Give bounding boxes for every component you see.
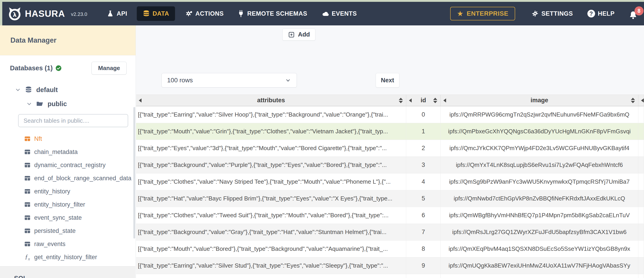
sidebar-item-table-event-sync-state[interactable]: event_sync_state [10, 211, 126, 224]
table-icon [24, 214, 31, 221]
collapse-column-icon[interactable] [409, 98, 412, 102]
table-icon [24, 227, 31, 234]
cell-partial [638, 174, 644, 190]
enterprise-button[interactable]: ★ ENTERPRISE [450, 7, 515, 20]
table-icon [24, 241, 31, 247]
table-row[interactable]: [{"trait_type":"Clothes","value":"Tweed … [136, 207, 644, 224]
table-row[interactable]: [{"trait_type":"Hat","value":"Bayc Flipp… [136, 190, 644, 207]
sidebar-item-table-chain-metadata[interactable]: chain_metadata [10, 145, 126, 159]
table-row[interactable]: [{"trait_type":"Background","value":"Gra… [136, 224, 644, 241]
column-header-image[interactable]: image [441, 95, 638, 106]
cell-image: ipfs://QmcJYkCKK7QPmYWjp4FD2e3Lv5WCGFuHN… [441, 140, 638, 157]
nav-item-settings[interactable]: SETTINGS [532, 10, 573, 17]
function-name: get_entity_history_filter [34, 254, 97, 261]
brand-name[interactable]: HASURA [25, 9, 65, 19]
table-icon [24, 175, 31, 182]
nav-item-api[interactable]: API [107, 10, 127, 17]
sidebar-item-table-persisted-state[interactable]: persisted_state [10, 224, 126, 237]
star-icon: ★ [457, 10, 464, 17]
cell-id: 9 [406, 257, 441, 274]
sort-icon[interactable] [433, 98, 437, 103]
check-circle-icon [56, 65, 62, 71]
tree-item-database-default[interactable]: default [10, 83, 126, 97]
rows-per-page-select[interactable]: 100 rows [162, 73, 297, 87]
cell-partial [638, 190, 644, 207]
table-name: entity_history_filter [34, 201, 85, 208]
collapse-column-icon[interactable] [443, 98, 446, 102]
notifications-button[interactable]: 8 [628, 8, 638, 20]
database-name: default [36, 86, 58, 94]
rows-data-grid: attributes id image [{"trait_type":"Earr… [136, 95, 644, 278]
question-mark-icon: ? [588, 10, 595, 18]
cell-id: 5 [406, 190, 441, 207]
sort-icon[interactable] [631, 98, 635, 103]
cell-attributes: [{"trait_type":"Clothes","value":"Navy S… [136, 174, 406, 190]
notification-count-badge: 8 [634, 6, 644, 16]
column-header-attributes[interactable]: attributes [136, 95, 406, 106]
sidebar-item-table-raw-events[interactable]: raw_events [10, 237, 126, 250]
table-row[interactable]: [{"trait_type":"Clothes","value":"Navy S… [136, 174, 644, 190]
nav-item-data[interactable]: DATA [137, 6, 175, 21]
table-row[interactable]: [{"trait_type":"Mouth","value":"Bored"},… [136, 241, 644, 257]
table-row[interactable]: [{"trait_type":"Eyes","value":"3d"},{"tr… [136, 140, 644, 157]
nav-item-remote-schemas[interactable]: REMOTE SCHEMAS [237, 10, 307, 17]
table-row[interactable]: [{"trait_type":"Earring","value":"Silver… [136, 257, 644, 274]
top-navbar: λ HASURA v2.23.0 API DATA [2, 2, 644, 25]
cell-partial [638, 224, 644, 241]
table-name: raw_events [34, 241, 66, 248]
cell-partial [638, 140, 644, 157]
hasura-logo-icon[interactable]: λ [8, 7, 22, 21]
sql-link[interactable]: SQL [14, 274, 136, 278]
cell-attributes: [{"trait_type":"Mouth","value":"Grin"},{… [136, 123, 406, 140]
cloud-icon [322, 10, 329, 17]
browse-rows-panel: Add 100 rows Next attributes id image [136, 25, 644, 278]
cell-id: 2 [406, 140, 441, 157]
sidebar-item-function-get-entity-history-filter[interactable]: ƒx get_entity_history_filter [10, 250, 126, 264]
function-icon: ƒx [24, 253, 31, 261]
table-icon [24, 188, 31, 195]
column-header-partial[interactable] [638, 95, 644, 106]
add-label: Add [298, 31, 310, 38]
nav-item-events[interactable]: EVENTS [322, 10, 357, 17]
window-top-strip [0, 0, 644, 2]
column-header-label: image [530, 97, 548, 104]
add-row-button[interactable]: Add [282, 29, 316, 41]
table-row-highlighted[interactable]: [{"trait_type":"Mouth","value":"Grin"},{… [136, 123, 644, 140]
cell-attributes: [{"trait_type":"Earring","value":"Silver… [136, 106, 406, 123]
table-row[interactable]: [{"trait_type":"Background","value":"Pur… [136, 157, 644, 174]
collapse-column-icon[interactable] [641, 98, 644, 102]
sidebar-item-table-dynamic-contract-registry[interactable]: dynamic_contract_registry [10, 159, 126, 172]
cell-attributes: [{"trait_type":"Hat","value":"Bayc Flipp… [136, 190, 406, 207]
table-name: event_sync_state [34, 214, 82, 221]
sort-icon[interactable] [399, 98, 403, 103]
sidebar-item-table-nft[interactable]: Nft [10, 132, 126, 145]
table-row[interactable]: [{"trait_type":"Earring","value":"Silver… [136, 106, 644, 123]
sidebar-item-table-entity-history-filter[interactable]: entity_history_filter [10, 198, 126, 211]
flask-icon [107, 10, 114, 17]
schema-name: public [48, 100, 67, 108]
collapse-column-icon[interactable] [139, 98, 142, 102]
cell-attributes: [{"trait_type":"Mouth","value":"Bored"},… [136, 241, 406, 257]
table-name: Nft [34, 135, 42, 143]
chevron-down-icon[interactable] [26, 101, 32, 107]
sidebar-item-table-end-of-block-range-scanned-data[interactable]: end_of_block_range_scanned_data [10, 172, 126, 185]
column-header-id[interactable]: id [406, 95, 441, 106]
next-page-button[interactable]: Next [376, 73, 400, 87]
cell-id: 3 [406, 157, 441, 174]
sidebar-item-table-entity-history[interactable]: entity_history [10, 185, 126, 198]
folder-open-icon [36, 100, 44, 107]
settings-label: SETTINGS [542, 10, 573, 17]
nav-item-label: API [116, 10, 127, 17]
search-input[interactable] [18, 114, 128, 127]
nav-item-actions[interactable]: ACTIONS [186, 10, 224, 17]
cell-partial [638, 207, 644, 224]
chevron-down-icon[interactable] [15, 87, 21, 93]
manage-button[interactable]: Manage [92, 62, 126, 75]
nav-item-help[interactable]: ? HELP [588, 10, 614, 18]
cell-attributes: [{"trait_type":"Background","value":"Gra… [136, 224, 406, 241]
cell-attributes: [{"trait_type":"Earring","value":"Silver… [136, 257, 406, 274]
table-icon [24, 135, 31, 142]
tree-item-schema-public[interactable]: public [10, 97, 126, 111]
sidebar-scrollbar[interactable] [133, 107, 135, 238]
plug-icon [237, 10, 244, 17]
